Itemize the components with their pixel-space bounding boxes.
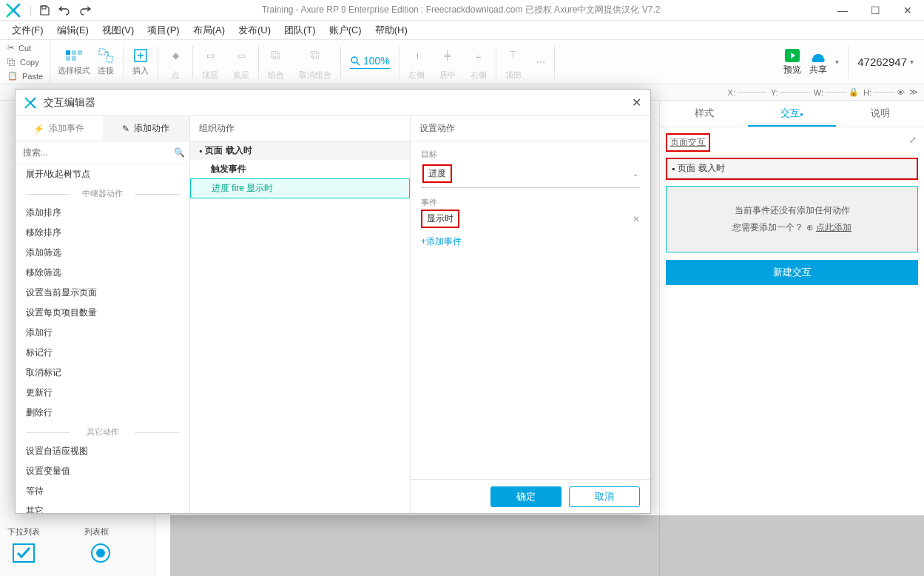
- menu-team[interactable]: 团队(T): [278, 21, 322, 39]
- svg-rect-6: [99, 49, 105, 55]
- minimize-button[interactable]: —: [826, 0, 859, 21]
- tab-style[interactable]: 样式: [660, 101, 748, 127]
- page-interactions-label: 页面交互: [666, 133, 710, 152]
- menu-project[interactable]: 项目(P): [141, 21, 185, 39]
- tab-interactions[interactable]: 交互●: [748, 101, 836, 127]
- menu-layout[interactable]: 布局(A): [187, 21, 231, 39]
- search-icon: 🔍: [174, 147, 185, 158]
- svg-point-13: [96, 549, 105, 557]
- svg-rect-7: [107, 56, 112, 62]
- svg-point-9: [351, 57, 357, 63]
- more-icon[interactable]: ≫: [909, 87, 918, 97]
- tree-row-event[interactable]: ▪ 页面 载入时: [190, 141, 410, 160]
- col3-header: 设置动作: [411, 116, 650, 141]
- coord-y: Y:: [771, 88, 809, 97]
- list-item[interactable]: 设置当前显示页面: [16, 283, 189, 303]
- event-label: 事件: [421, 197, 640, 208]
- cut-button[interactable]: ✂Cut: [0, 41, 50, 55]
- right-panel: 样式 交互● 说明 页面交互 ⤢ ▪ 页面 载入时 当前事件还没有添加任何动作 …: [659, 101, 924, 576]
- remove-event-icon[interactable]: ✕: [633, 214, 640, 224]
- account-id[interactable]: 47262947▾: [857, 56, 914, 68]
- new-interaction-button[interactable]: 新建交互: [666, 260, 918, 285]
- list-item[interactable]: 添加排序: [16, 203, 189, 223]
- interaction-editor-dialog: 交互编辑器 ✕ ⚡添加事件 ✎添加动作 🔍 展开/收起树节点 中继器动作 添加排…: [15, 89, 651, 514]
- search-input[interactable]: [20, 144, 174, 161]
- menu-help[interactable]: 帮助(H): [369, 21, 414, 39]
- save-icon[interactable]: [39, 5, 50, 16]
- checkbox-widget-icon[interactable]: [7, 540, 40, 566]
- list-item[interactable]: 删除行: [16, 403, 189, 423]
- list-item[interactable]: 取消标记: [16, 363, 189, 383]
- connect-button[interactable]: 连接: [98, 47, 114, 76]
- zoom-control[interactable]: 100%: [350, 55, 390, 69]
- toolbar-more[interactable]: ⋯: [529, 40, 553, 84]
- event-value[interactable]: 显示时: [421, 210, 459, 228]
- undo-icon[interactable]: [58, 5, 70, 16]
- tab-add-event[interactable]: ⚡添加事件: [16, 116, 103, 141]
- copy-button[interactable]: ⿻Copy: [0, 55, 50, 69]
- close-button[interactable]: ✕: [891, 0, 924, 21]
- menu-edit[interactable]: 编辑(E): [51, 21, 95, 39]
- ok-button[interactable]: 确定: [490, 486, 562, 507]
- dialog-title: 交互编辑器: [44, 96, 95, 110]
- titlebar: | Training - Axure RP 9 Enterprise Editi…: [0, 0, 924, 21]
- svg-rect-5: [72, 56, 76, 61]
- shelf-label-dropdown: 下拉列表: [7, 526, 40, 538]
- cancel-button[interactable]: 取消: [569, 486, 640, 507]
- list-item[interactable]: 展开/收起树节点: [16, 164, 189, 184]
- event-section-header[interactable]: ▪ 页面 载入时: [667, 159, 917, 178]
- svg-rect-1: [66, 50, 70, 55]
- list-item[interactable]: 标记行: [16, 343, 189, 363]
- svg-rect-4: [66, 56, 70, 61]
- insert-button[interactable]: 插入: [132, 47, 149, 76]
- redo-icon[interactable]: [79, 5, 91, 16]
- dialog-close-button[interactable]: ✕: [632, 96, 641, 110]
- widget-shelf: 下拉列表 列表框: [0, 522, 155, 576]
- list-item[interactable]: 添加行: [16, 323, 189, 343]
- list-item[interactable]: 设置变量值: [16, 461, 189, 481]
- target-label: 目标: [421, 149, 640, 160]
- window-title: Training - Axure RP 9 Enterprise Edition…: [95, 4, 826, 16]
- list-item[interactable]: 其它: [16, 501, 189, 513]
- list-item[interactable]: 添加筛选: [16, 243, 189, 263]
- shelf-label-listbox: 列表框: [84, 526, 109, 538]
- list-item[interactable]: 设置自适应视图: [16, 441, 189, 461]
- select-mode-button[interactable]: 选择模式: [58, 47, 90, 76]
- paste-button[interactable]: 📋Paste: [0, 69, 50, 83]
- tab-add-action[interactable]: ✎添加动作: [103, 116, 190, 141]
- list-separator: 中继器动作: [16, 184, 189, 203]
- app-logo-icon: [6, 3, 21, 18]
- menu-view[interactable]: 视图(V): [96, 21, 140, 39]
- toolbar: ✂Cut ⿻Copy 📋Paste 选择模式 连接 插入 ◆点 ▭顶层 ▭底层 …: [0, 40, 924, 84]
- list-separator: 其它动作: [16, 423, 189, 441]
- list-item[interactable]: 移除筛选: [16, 263, 189, 283]
- coord-w: W:🔒: [814, 87, 859, 97]
- coord-x: X:: [728, 88, 766, 97]
- tree-row-selected[interactable]: 进度 fire 显示时: [190, 178, 410, 198]
- add-here-link[interactable]: 点此添加: [816, 222, 852, 232]
- tree-row-action[interactable]: 触发事件: [190, 160, 410, 178]
- menu-file[interactable]: 文件(F): [6, 21, 50, 39]
- preview-button[interactable]: 预览: [783, 47, 801, 76]
- menu-account[interactable]: 账户(C): [323, 21, 368, 39]
- tab-notes[interactable]: 说明: [836, 101, 924, 127]
- target-select[interactable]: 进度 ⌄: [421, 161, 640, 188]
- col2-header: 组织动作: [190, 116, 410, 141]
- list-item[interactable]: 移除排序: [16, 223, 189, 243]
- menubar: 文件(F) 编辑(E) 视图(V) 项目(P) 布局(A) 发布(U) 团队(T…: [0, 21, 924, 40]
- dialog-logo-icon: [24, 97, 36, 109]
- list-item[interactable]: 设置每页项目数量: [16, 303, 189, 323]
- maximize-button[interactable]: ☐: [859, 0, 891, 21]
- add-event-link[interactable]: +添加事件: [421, 235, 640, 248]
- menu-publish[interactable]: 发布(U): [232, 21, 277, 39]
- empty-state: 当前事件还没有添加任何动作 您需要添加一个？ ⊕ 点此添加: [666, 186, 918, 252]
- list-item[interactable]: 更新行: [16, 383, 189, 403]
- radio-widget-icon[interactable]: [84, 540, 117, 566]
- coord-h: H:👁: [863, 88, 905, 97]
- svg-rect-3: [78, 50, 82, 55]
- list-item[interactable]: 等待: [16, 481, 189, 501]
- svg-rect-2: [72, 50, 76, 55]
- expand-icon[interactable]: ⤢: [909, 135, 917, 145]
- share-button[interactable]: 共享: [809, 47, 828, 76]
- svg-rect-0: [42, 6, 46, 9]
